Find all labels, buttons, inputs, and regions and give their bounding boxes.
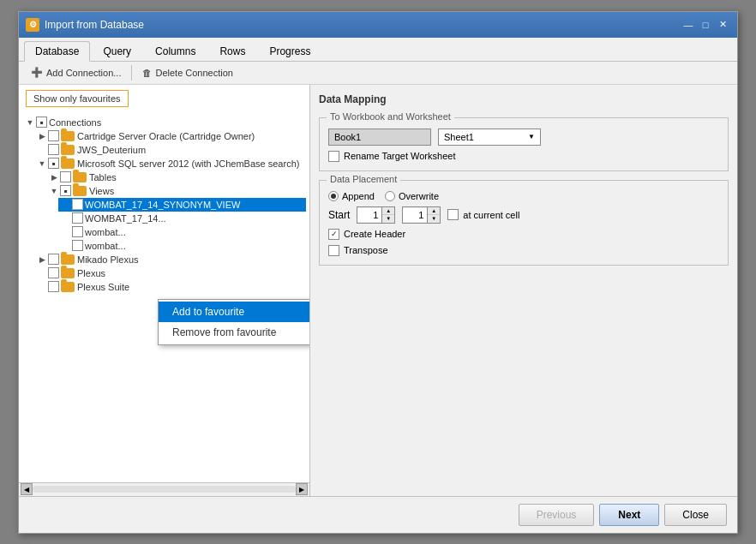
root-checkbox[interactable] (36, 117, 47, 128)
append-label: Append (342, 191, 375, 201)
at-current-label: at current cell (447, 209, 519, 220)
next-button[interactable]: Next (599, 504, 659, 526)
start-col-value[interactable]: 1 (403, 208, 427, 222)
placement-group-label: Data Placement (327, 174, 400, 184)
context-menu: Add to favourite Remove from favourite (158, 299, 309, 345)
create-header-label: Create Header (328, 229, 405, 240)
close-button[interactable]: Close (664, 504, 727, 526)
jws-expander (36, 144, 48, 156)
tree-item-wombat1[interactable]: WOMBAT_17_14_SYNONYM_VIEW (58, 198, 306, 212)
jws-checkbox[interactable] (48, 144, 59, 155)
tree-item-plexus[interactable]: Plexus (34, 266, 306, 280)
window-title: Import from Database (45, 19, 144, 31)
jws-label: JWS_Deuterium (77, 145, 146, 155)
tables-expander[interactable] (48, 171, 60, 183)
start-col-up[interactable]: ▲ (428, 207, 440, 215)
start-row-down[interactable]: ▼ (382, 215, 394, 223)
rename-checkbox[interactable] (328, 151, 339, 162)
tree-item-mikado[interactable]: Mikado Plexus (34, 253, 306, 266)
cartridge-icon (61, 131, 75, 141)
worksheet-select[interactable]: Sheet1 (438, 129, 541, 146)
maximize-button[interactable]: □ (698, 17, 713, 33)
mikado-checkbox[interactable] (48, 254, 59, 265)
wombat3-checkbox[interactable] (72, 226, 83, 237)
tab-columns[interactable]: Columns (144, 41, 207, 61)
tree-item-tables[interactable]: Tables (46, 170, 306, 184)
tab-database[interactable]: Database (24, 41, 90, 62)
tree-item-mssql[interactable]: Microsoft SQL server 2012 (with JChemBas… (34, 157, 306, 170)
tree-children-root: Cartridge Server Oracle (Cartridge Owner… (34, 129, 306, 294)
transpose-checkbox[interactable] (328, 245, 339, 256)
start-row-value[interactable]: 1 (357, 208, 381, 222)
wombat2-checkbox[interactable] (72, 212, 83, 224)
minimize-button[interactable]: — (681, 17, 696, 33)
scroll-track[interactable] (33, 486, 296, 493)
tree-area[interactable]: Connections Cartridge Server Oracle (Car… (19, 112, 309, 482)
overwrite-radio[interactable] (385, 191, 395, 201)
mssql-checkbox[interactable] (48, 158, 59, 169)
wombat4-expander (60, 240, 72, 252)
tree-item-jws[interactable]: JWS_Deuterium (34, 143, 306, 157)
start-col-down[interactable]: ▼ (428, 215, 440, 223)
context-add-favourite[interactable]: Add to favourite (159, 302, 309, 322)
rename-row: Rename Target Worksheet (328, 151, 719, 162)
root-expander[interactable] (24, 117, 36, 129)
context-remove-favourite[interactable]: Remove from favourite (159, 322, 309, 343)
horizontal-scrollbar[interactable]: ◀ ▶ (19, 482, 309, 496)
window-close-button[interactable]: ✕ (715, 17, 730, 33)
tab-progress[interactable]: Progress (258, 41, 321, 61)
connections-root-row[interactable]: Connections (22, 116, 306, 129)
start-col-input[interactable]: 1 ▲ ▼ (402, 206, 441, 224)
wombat4-checkbox[interactable] (72, 240, 83, 251)
cartridge-checkbox[interactable] (48, 130, 59, 141)
title-bar: ⚙ Import from Database — □ ✕ (19, 12, 737, 38)
plexus-suite-checkbox[interactable] (48, 281, 59, 292)
views-checkbox[interactable] (60, 185, 71, 196)
cartridge-label: Cartridge Server Oracle (Cartridge Owner… (77, 131, 255, 141)
start-row-up[interactable]: ▲ (382, 207, 394, 215)
tree-item-cartridge[interactable]: Cartridge Server Oracle (Cartridge Owner… (34, 129, 306, 143)
mikado-expander[interactable] (36, 254, 48, 266)
create-header-checkbox[interactable] (328, 229, 339, 240)
wombat2-label: WOMBAT_17_14... (85, 213, 166, 224)
previous-button[interactable]: Previous (519, 504, 595, 526)
tree-item-views[interactable]: Views (46, 184, 306, 198)
root-label: Connections (49, 117, 101, 128)
wombat1-expander (60, 199, 72, 211)
placement-radio-group: Append Overwrite (328, 191, 719, 201)
scroll-right-button[interactable]: ▶ (296, 483, 308, 495)
views-children: WOMBAT_17_14_SYNONYM_VIEW WOMBAT_17_14..… (58, 198, 306, 253)
tab-rows[interactable]: Rows (208, 41, 256, 61)
tree-item-wombat3[interactable]: wombat... (58, 225, 306, 239)
show-favourites-button[interactable]: Show only favourites (26, 90, 129, 107)
at-current-checkbox[interactable] (447, 209, 459, 220)
wombat4-label: wombat... (85, 241, 126, 251)
views-expander[interactable] (48, 185, 60, 197)
overwrite-label: Overwrite (399, 191, 439, 201)
tab-query[interactable]: Query (92, 41, 142, 61)
plexus-suite-expander (36, 281, 48, 293)
start-row-input[interactable]: 1 ▲ ▼ (357, 206, 395, 224)
add-connection-button[interactable]: ➕ Add Connection... (26, 65, 126, 80)
plexus-checkbox[interactable] (48, 267, 59, 278)
scroll-left-button[interactable]: ◀ (21, 483, 33, 495)
mikado-label: Mikado Plexus (77, 254, 139, 265)
start-row: Start 1 ▲ ▼ 1 ▲ ▼ (328, 206, 719, 224)
toolbar-separator (131, 65, 132, 81)
wombat3-expander (60, 226, 72, 238)
main-window: ⚙ Import from Database — □ ✕ Database Qu… (18, 11, 738, 534)
tables-label: Tables (89, 172, 117, 182)
tables-checkbox[interactable] (60, 171, 71, 182)
workbook-select[interactable]: Book1 (328, 129, 431, 146)
tree-item-wombat4[interactable]: wombat... (58, 239, 306, 253)
tree-item-plexus-suite[interactable]: Plexus Suite (34, 280, 306, 294)
delete-connection-button[interactable]: 🗑 Delete Connection (137, 66, 238, 80)
overwrite-radio-label[interactable]: Overwrite (385, 191, 439, 201)
at-current-text: at current cell (463, 210, 519, 220)
cartridge-expander[interactable] (36, 130, 48, 142)
append-radio[interactable] (328, 191, 339, 201)
mssql-expander[interactable] (36, 158, 48, 170)
wombat1-checkbox[interactable] (72, 199, 83, 210)
append-radio-label[interactable]: Append (328, 191, 375, 201)
tree-item-wombat2[interactable]: WOMBAT_17_14... (58, 212, 306, 225)
